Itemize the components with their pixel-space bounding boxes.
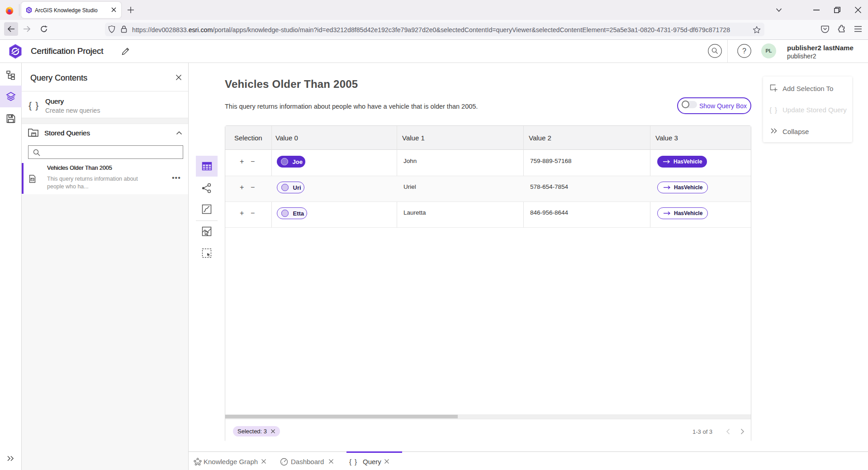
svg-text:?: ? [742,47,746,55]
